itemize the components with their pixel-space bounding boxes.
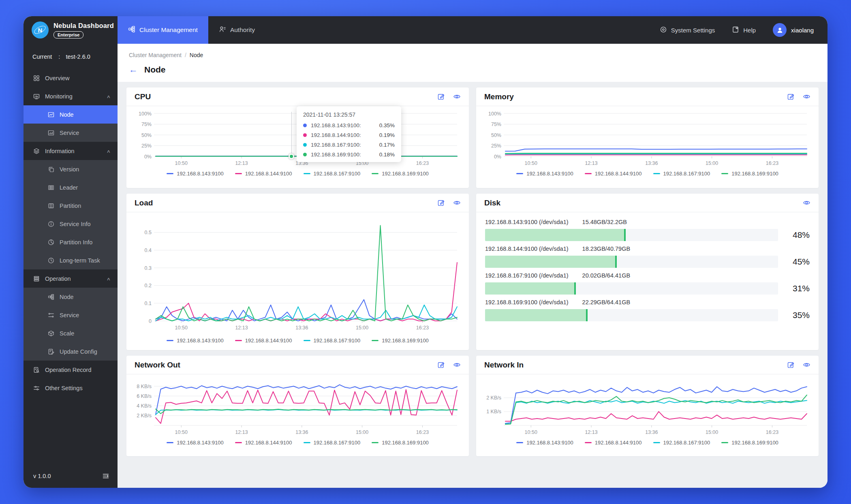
svg-text:16:23: 16:23 [416, 325, 429, 331]
svg-text:12:13: 12:13 [235, 160, 248, 166]
sidebar-item-other-settings[interactable]: Other Settings [24, 379, 118, 397]
legend-item[interactable]: 192.168.8.144:9100 [585, 171, 642, 177]
legend-item[interactable]: 192.168.8.144:9100 [235, 440, 292, 446]
legend-item[interactable]: 192.168.8.169:9100 [372, 337, 429, 344]
sidebar-item-label: Scale [60, 330, 74, 337]
edit-icon[interactable] [787, 361, 795, 369]
edit-icon[interactable] [787, 93, 795, 100]
sidebar-item-scale[interactable]: Scale [24, 324, 118, 342]
edit-icon[interactable] [437, 361, 445, 369]
legend-label: 192.168.8.144:9100 [245, 337, 292, 344]
eye-icon[interactable] [453, 199, 461, 207]
disk-node-label: 192.168.8.143:9100 (/dev/sda1) [485, 219, 569, 225]
eye-icon[interactable] [803, 93, 810, 100]
legend-item[interactable]: 192.168.8.144:9100 [235, 337, 292, 344]
sidebar-item-version[interactable]: Version [24, 160, 118, 178]
system-settings-button[interactable]: System Settings [660, 26, 715, 34]
svg-text:13:36: 13:36 [295, 325, 308, 331]
sidebar-item-monitoring-service[interactable]: Service [24, 124, 118, 142]
sidebar-item-monitoring[interactable]: Monitoring∧ [24, 87, 118, 105]
eye-icon[interactable] [453, 93, 461, 100]
legend-label: 192.168.8.143:9100 [526, 171, 573, 177]
sidebar-item-overview[interactable]: Overview [24, 69, 118, 87]
svg-text:25%: 25% [491, 143, 501, 149]
sidebar-item-operation-node[interactable]: Node [24, 288, 118, 306]
edit-icon[interactable] [437, 93, 445, 100]
sidebar-item-update-config[interactable]: Update Config [24, 342, 118, 361]
tab-authority[interactable]: Authority [208, 16, 265, 44]
sidebar: Current : test-2.6.0 OverviewMonitoring∧… [24, 44, 118, 488]
svg-text:12:13: 12:13 [235, 325, 248, 331]
network-out-panel-title: Network Out [135, 361, 180, 369]
legend-item[interactable]: 192.168.8.169:9100 [372, 171, 429, 177]
legend-item[interactable]: 192.168.8.169:9100 [721, 440, 778, 446]
sidebar-item-label: Other Settings [45, 385, 83, 391]
legend-item[interactable]: 192.168.8.144:9100 [235, 171, 292, 177]
svg-text:15:00: 15:00 [706, 429, 718, 435]
sidebar-item-service-info[interactable]: Service Info [24, 215, 118, 233]
legend-item[interactable]: 192.168.8.169:9100 [721, 171, 778, 177]
sidebar-item-partition[interactable]: Partition [24, 196, 118, 215]
svg-text:15:00: 15:00 [356, 325, 368, 331]
legend-item[interactable]: 192.168.8.167:9100 [304, 440, 361, 446]
svg-text:15:00: 15:00 [706, 160, 718, 166]
disk-percent: 35% [778, 310, 810, 320]
breadcrumb-parent[interactable]: Cluster Management [129, 52, 182, 58]
svg-text:12:13: 12:13 [235, 429, 248, 435]
sidebar-item-operation-record[interactable]: Operation Record [24, 361, 118, 379]
sidebar-item-partition-info[interactable]: Partition Info [24, 233, 118, 251]
legend-item[interactable]: 192.168.8.167:9100 [653, 171, 710, 177]
legend-item[interactable]: 192.168.8.167:9100 [653, 440, 710, 446]
legend-label: 192.168.8.144:9100 [595, 440, 642, 446]
legend-label: 192.168.8.169:9100 [731, 171, 778, 177]
svg-text:100%: 100% [139, 111, 152, 117]
legend-item[interactable]: 192.168.8.143:9100 [167, 337, 224, 344]
legend-swatch [167, 442, 173, 444]
legend-label: 192.168.8.144:9100 [245, 171, 292, 177]
legend-item[interactable]: 192.168.8.143:9100 [167, 440, 224, 446]
svg-text:10:50: 10:50 [175, 325, 188, 331]
legend-item[interactable]: 192.168.8.144:9100 [585, 440, 642, 446]
current-cluster-value: test-2.6.0 [66, 53, 90, 60]
network-out-chart[interactable]: 2 KB/s4 KB/s6 KB/s8 KB/s10:5012:1313:361… [126, 374, 469, 438]
user-menu[interactable]: xiaolang [773, 23, 814, 37]
legend-item[interactable]: 192.168.8.143:9100 [516, 171, 573, 177]
svg-text:16:23: 16:23 [766, 160, 778, 166]
chevron-up-icon: ∧ [107, 276, 111, 281]
sidebar-item-information[interactable]: Information∧ [24, 142, 118, 160]
legend-swatch [235, 340, 242, 342]
help-button[interactable]: Help [732, 26, 756, 34]
eye-icon[interactable] [453, 361, 461, 369]
legend-label: 192.168.8.167:9100 [314, 440, 361, 446]
collapse-menu-icon[interactable] [102, 472, 109, 480]
tab-cluster-management[interactable]: Cluster Management [118, 16, 208, 44]
legend-item[interactable]: 192.168.8.169:9100 [372, 440, 429, 446]
sidebar-item-monitoring-node[interactable]: Node [24, 105, 118, 124]
legend-item[interactable]: 192.168.8.143:9100 [516, 440, 573, 446]
load-chart[interactable]: 00.10.20.30.40.510:5012:1313:3615:0016:2… [126, 212, 469, 336]
legend-swatch [516, 173, 523, 175]
svg-text:0.2: 0.2 [145, 283, 152, 288]
svg-text:50%: 50% [141, 132, 152, 138]
network-in-chart[interactable]: 1 KB/s2 KB/s10:5012:1313:3615:0016:23 [476, 374, 819, 438]
legend-swatch [653, 173, 660, 175]
top-nav-tabs: Cluster ManagementAuthority [118, 16, 265, 44]
back-arrow-icon[interactable]: ← [129, 65, 138, 74]
eye-icon[interactable] [803, 199, 810, 207]
svg-text:13:36: 13:36 [295, 429, 308, 435]
network-in-legend: 192.168.8.143:9100192.168.8.144:9100192.… [476, 440, 819, 446]
series-dot [303, 143, 307, 147]
sidebar-item-leader[interactable]: Leader [24, 178, 118, 196]
eye-icon[interactable] [803, 361, 810, 369]
legend-item[interactable]: 192.168.8.167:9100 [304, 171, 361, 177]
sidebar-item-long-term-task[interactable]: Long-term Task [24, 251, 118, 269]
network-in-panel: Network In 1 KB/s2 KB/s10:5012:1313:3615… [476, 356, 819, 456]
legend-item[interactable]: 192.168.8.167:9100 [304, 337, 361, 344]
legend-item[interactable]: 192.168.8.143:9100 [167, 171, 224, 177]
legend-swatch [721, 173, 728, 175]
sidebar-item-operation[interactable]: Operation∧ [24, 269, 118, 288]
memory-chart[interactable]: 0%25%50%75%100%10:5012:1313:3615:0016:23 [476, 106, 819, 169]
legend-label: 192.168.8.143:9100 [177, 440, 224, 446]
sidebar-item-operation-service[interactable]: Service [24, 306, 118, 324]
edit-icon[interactable] [437, 199, 445, 207]
